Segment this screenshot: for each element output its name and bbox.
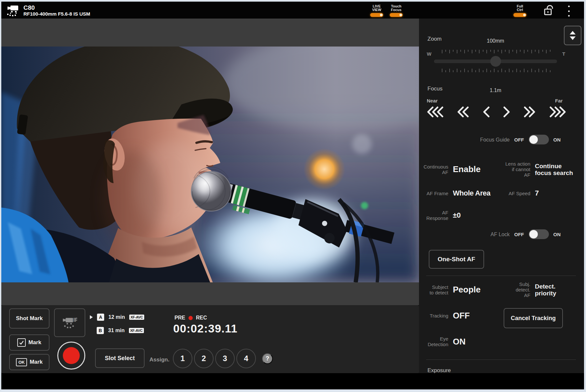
rec-tally-icon — [188, 316, 193, 320]
lens-name: RF100-400mm F5.6-8 IS USM — [23, 11, 90, 17]
slot-select-label: Slot Select — [105, 355, 135, 362]
slot-b-codec-badge: XF-AVC — [129, 328, 144, 333]
continuous-af-value[interactable]: Enable — [453, 164, 495, 174]
live-view-label: LIVE VIEW — [372, 5, 381, 12]
focus-far-label: Far — [555, 98, 563, 103]
toggle-knob — [529, 135, 538, 144]
af-lock-on-label: ON — [553, 232, 561, 237]
assign-button-3[interactable]: 3 — [215, 349, 235, 368]
touch-focus-indicator — [390, 13, 403, 17]
focus-near-small-button[interactable] — [481, 105, 492, 119]
touch-focus-label: Touch Focus — [391, 5, 401, 12]
ok-mark-label: Mark — [30, 359, 43, 365]
af-frame-row: AF Frame Whole Area AF Speed 7 — [419, 189, 584, 197]
subj-detect-af-value[interactable]: Detect. priority — [535, 283, 556, 297]
ok-mark-button[interactable]: OK Mark — [9, 354, 49, 370]
zoom-slider-knob[interactable] — [490, 56, 501, 67]
svg-text:IP: IP — [74, 317, 77, 323]
af-lock-label: AF Lock — [491, 232, 510, 237]
af-speed-label: AF Speed — [495, 191, 530, 196]
tracking-value: OFF — [453, 311, 470, 321]
transport-bar: Shot Mark Mark OK Mark — [1, 305, 419, 373]
slot-a-codec-badge: XF-AVC — [129, 315, 144, 320]
focus-far-small-button[interactable] — [501, 105, 512, 119]
subj-detect-af-label: Subj. detect. AF — [495, 281, 530, 298]
record-dot-icon — [63, 347, 80, 364]
section-divider — [426, 359, 576, 360]
cancel-tracking-label: Cancel Tracking — [511, 315, 556, 322]
af-lock-row: AF Lock OFF ON — [419, 229, 561, 239]
focus-near-label: Near — [427, 98, 438, 103]
slot-a-time: 12 min — [108, 314, 125, 320]
live-view-indicator — [370, 13, 383, 17]
help-button[interactable]: ? — [262, 353, 273, 364]
cancel-tracking-button[interactable]: Cancel Tracking — [504, 308, 563, 328]
check-mark-button[interactable]: Mark — [9, 334, 49, 351]
live-view-image[interactable] — [1, 47, 419, 282]
record-button[interactable] — [57, 342, 85, 370]
panel-scroll-button[interactable] — [564, 26, 581, 45]
assign-button-1[interactable]: 1 — [173, 349, 192, 368]
assign-button-2[interactable]: 2 — [194, 349, 214, 368]
eye-detection-value[interactable]: ON — [453, 337, 466, 347]
af-frame-value[interactable]: Whole Area — [453, 189, 495, 197]
letterbox-top — [1, 19, 419, 47]
focus-section-title: Focus — [427, 86, 442, 92]
eye-detection-row: Eye Detection ON — [419, 336, 584, 347]
af-lock-toggle[interactable] — [529, 229, 549, 239]
pre-rec-status: PRE REC — [174, 315, 207, 321]
focus-guide-label: Focus Guide — [480, 137, 510, 142]
af-response-label: AF Response — [419, 210, 448, 221]
page: C80 RF100-400mm F5.6-8 IS USM LIVE VIEW … — [0, 0, 586, 392]
subject-detect-row: Subject to detect People Subj. detect. A… — [419, 281, 584, 298]
checkbox-icon — [17, 338, 26, 347]
shot-mark-button[interactable]: Shot Mark — [9, 308, 49, 329]
menu-kebab-icon[interactable] — [566, 5, 572, 17]
chevron-up-icon — [570, 31, 576, 34]
af-speed-value[interactable]: 7 — [535, 189, 539, 197]
zoom-ticks-upper — [442, 50, 551, 54]
subject-detect-label: Subject to detect — [419, 284, 448, 295]
check-mark-label: Mark — [28, 339, 41, 346]
full-ctrl-label: Full Ctrl — [517, 5, 523, 12]
live-view-column: Shot Mark Mark OK Mark — [1, 19, 419, 389]
camera-titles: C80 RF100-400mm F5.6-8 IS USM — [23, 5, 90, 17]
assign-label: Assign. — [149, 357, 169, 363]
timecode: 00:02:39.11 — [173, 322, 238, 335]
af-lock-off-label: OFF — [514, 232, 524, 237]
ip-streaming-button[interactable]: IP — [54, 308, 85, 337]
camera-identity: C80 RF100-400mm F5.6-8 IS USM — [7, 4, 90, 17]
zoom-tele-label: T — [562, 51, 565, 57]
pre-label: PRE — [174, 315, 185, 321]
exposure-section-title: Exposure — [427, 367, 451, 374]
subject-detect-value[interactable]: People — [453, 285, 495, 295]
focus-far-large-button[interactable] — [547, 105, 568, 119]
live-view-toggle[interactable]: LIVE VIEW — [370, 5, 383, 17]
chevron-down-icon — [570, 36, 576, 40]
eye-detection-label: Eye Detection — [419, 336, 448, 347]
focus-far-medium-button[interactable] — [522, 105, 538, 119]
rec-label: REC — [196, 315, 207, 321]
zoom-wide-label: W — [427, 51, 431, 57]
focus-guide-on-label: ON — [553, 137, 561, 142]
zoom-value: 100mm — [468, 38, 523, 44]
unlock-icon[interactable] — [543, 5, 555, 16]
one-shot-af-button[interactable]: One-Shot AF — [429, 250, 484, 269]
one-shot-af-label: One-Shot AF — [438, 256, 475, 263]
focus-near-large-button[interactable] — [425, 105, 446, 119]
full-ctrl-toggle[interactable]: Full Ctrl — [513, 5, 526, 17]
top-bar: C80 RF100-400mm F5.6-8 IS USM LIVE VIEW … — [1, 2, 584, 19]
assign-button-4[interactable]: 4 — [236, 349, 256, 368]
lens-action-value[interactable]: Continue focus search — [535, 163, 573, 176]
focus-guide-toggle[interactable] — [529, 135, 549, 144]
af-response-value[interactable]: ±0 — [453, 211, 461, 220]
focus-near-medium-button[interactable] — [455, 105, 471, 119]
touch-focus-toggle[interactable]: Touch Focus — [390, 5, 403, 17]
zoom-section-title: Zoom — [427, 36, 441, 42]
section-divider — [426, 276, 576, 276]
active-slot-icon — [90, 315, 93, 319]
tracking-label: Tracking — [419, 313, 448, 318]
full-ctrl-indicator — [513, 13, 526, 17]
slot-select-button[interactable]: Slot Select — [95, 348, 145, 368]
toggle-knob — [529, 230, 538, 238]
